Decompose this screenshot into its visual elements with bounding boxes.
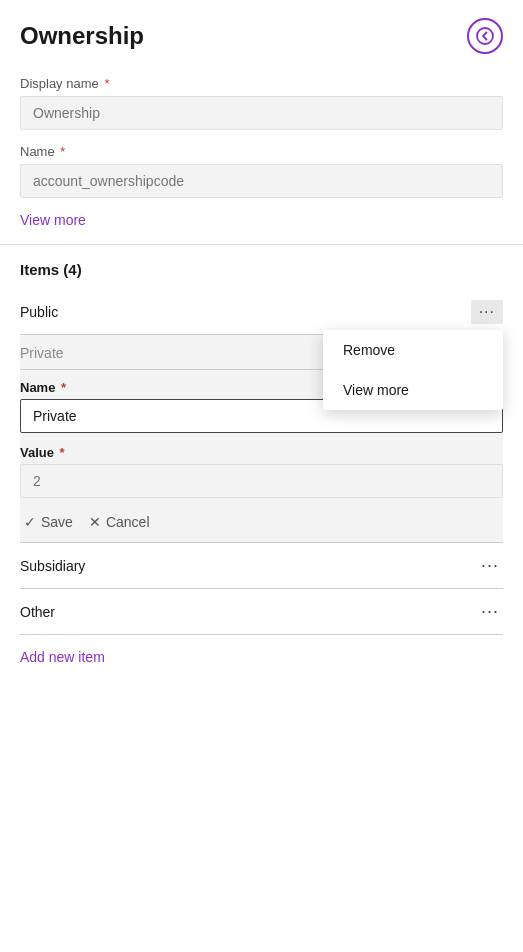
page-title: Ownership: [20, 22, 144, 50]
required-star-edit-value: *: [56, 445, 65, 460]
add-new-item-link[interactable]: Add new item: [20, 635, 105, 665]
save-button[interactable]: ✓ Save: [24, 514, 73, 530]
back-button[interactable]: [467, 18, 503, 54]
view-more-link[interactable]: View more: [20, 212, 86, 228]
name-input[interactable]: [20, 164, 503, 198]
name-label: Name *: [20, 144, 503, 159]
context-menu-remove[interactable]: Remove: [323, 330, 503, 370]
edit-value-label: Value *: [20, 445, 503, 460]
item-label-other: Other: [20, 604, 55, 620]
edit-value-input[interactable]: [20, 464, 503, 498]
x-icon: ✕: [89, 514, 101, 530]
save-label: Save: [41, 514, 73, 530]
item-menu-button-subsidiary[interactable]: ···: [477, 555, 503, 576]
save-cancel-row: ✓ Save ✕ Cancel: [20, 510, 503, 534]
required-star-edit-name: *: [57, 380, 66, 395]
item-menu-button-public[interactable]: ···: [471, 300, 503, 324]
context-menu: Remove View more: [323, 330, 503, 410]
cancel-label: Cancel: [106, 514, 150, 530]
required-star-display: *: [101, 76, 110, 91]
list-item: Subsidiary ···: [20, 543, 503, 589]
required-star-name: *: [57, 144, 66, 159]
items-section: Items (4) Public ··· Remove View more Pr…: [0, 245, 523, 665]
item-label-subsidiary: Subsidiary: [20, 558, 85, 574]
check-icon: ✓: [24, 514, 36, 530]
form-section: Display name * Name * View more: [0, 64, 523, 228]
item-label-private: Private: [20, 345, 64, 361]
display-name-label: Display name *: [20, 76, 503, 91]
context-menu-view-more[interactable]: View more: [323, 370, 503, 410]
list-item: Other ···: [20, 589, 503, 635]
item-menu-button-other[interactable]: ···: [477, 601, 503, 622]
display-name-input[interactable]: [20, 96, 503, 130]
item-label-public: Public: [20, 304, 58, 320]
svg-point-0: [477, 28, 493, 44]
items-header: Items (4): [20, 261, 503, 278]
back-icon: [476, 27, 494, 45]
list-item: Public ··· Remove View more: [20, 290, 503, 335]
header: Ownership: [0, 0, 523, 64]
page-container: Ownership Display name * Name * View mor…: [0, 0, 523, 952]
cancel-button[interactable]: ✕ Cancel: [89, 514, 150, 530]
